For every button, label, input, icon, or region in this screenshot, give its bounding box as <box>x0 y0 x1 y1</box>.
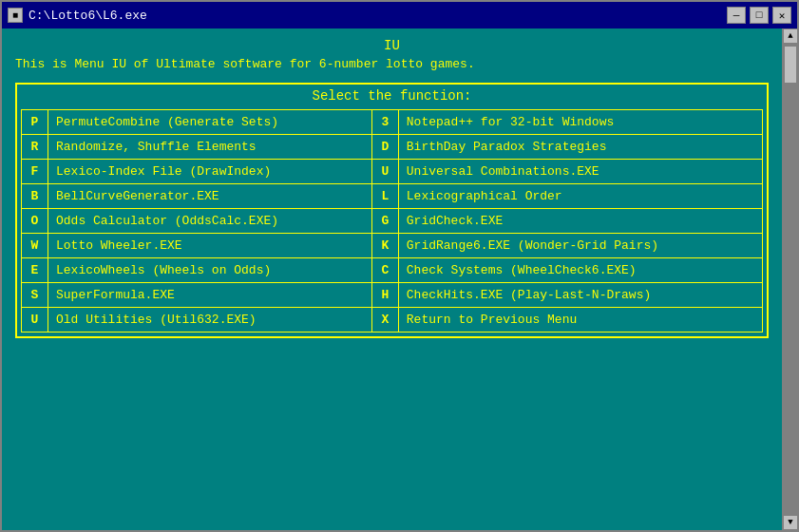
label-cell-left[interactable]: Lexico-Index File (DrawIndex) <box>48 160 372 184</box>
label-cell-left[interactable]: Odds Calculator (OddsCalc.EXE) <box>48 209 372 234</box>
close-button[interactable]: ✕ <box>772 7 791 24</box>
scroll-thumb[interactable] <box>784 46 797 84</box>
menu-id: IU <box>15 38 769 53</box>
key-cell-right[interactable]: K <box>371 234 398 258</box>
title-controls: — □ ✕ <box>727 7 791 24</box>
label-cell-right[interactable]: Return to Previous Menu <box>398 308 762 332</box>
scroll-track <box>783 44 797 515</box>
label-cell-right[interactable]: GridCheck.EXE <box>398 209 762 234</box>
key-cell-right[interactable]: C <box>371 258 398 283</box>
key-cell-left[interactable]: U <box>22 308 48 332</box>
key-cell-left[interactable]: R <box>22 135 48 160</box>
table-row[interactable]: FLexico-Index File (DrawIndex)UUniversal… <box>22 160 763 184</box>
maximize-button[interactable]: □ <box>750 7 769 24</box>
label-cell-left[interactable]: SuperFormula.EXE <box>48 283 372 308</box>
key-cell-left[interactable]: S <box>22 283 48 308</box>
title-bar-left: ■ C:\Lotto6\L6.exe <box>8 8 147 23</box>
key-cell-right[interactable]: D <box>371 135 398 160</box>
table-row[interactable]: RRandomize, Shuffle ElementsDBirthDay Pa… <box>22 135 763 160</box>
label-cell-left[interactable]: Randomize, Shuffle Elements <box>48 135 372 160</box>
key-cell-right[interactable]: X <box>371 308 398 332</box>
label-cell-left[interactable]: BellCurveGenerator.EXE <box>48 184 372 209</box>
key-cell-right[interactable]: U <box>371 160 398 184</box>
main-content: IU This is Menu IU of Ultimate software … <box>2 28 782 530</box>
table-row[interactable]: BBellCurveGenerator.EXELLexicographical … <box>22 184 763 209</box>
content-area: IU This is Menu IU of Ultimate software … <box>2 28 797 530</box>
key-cell-left[interactable]: W <box>22 234 48 258</box>
label-cell-left[interactable]: PermuteCombine (Generate Sets) <box>48 110 372 135</box>
key-cell-right[interactable]: 3 <box>371 110 398 135</box>
label-cell-left[interactable]: Lotto Wheeler.EXE <box>48 234 372 258</box>
window-icon: ■ <box>8 8 23 23</box>
table-row[interactable]: SSuperFormula.EXEHCheckHits.EXE (Play-La… <box>22 283 763 308</box>
label-cell-right[interactable]: CheckHits.EXE (Play-Last-N-Draws) <box>398 283 762 308</box>
key-cell-right[interactable]: L <box>371 184 398 209</box>
table-row[interactable]: PPermuteCombine (Generate Sets)3Notepad+… <box>22 110 763 135</box>
key-cell-right[interactable]: G <box>371 209 398 234</box>
scroll-down-button[interactable]: ▼ <box>783 515 797 530</box>
key-cell-right[interactable]: H <box>371 283 398 308</box>
key-cell-left[interactable]: E <box>22 258 48 283</box>
menu-table: PPermuteCombine (Generate Sets)3Notepad+… <box>21 109 763 332</box>
label-cell-left[interactable]: LexicoWheels (Wheels on Odds) <box>48 258 372 283</box>
scroll-up-button[interactable]: ▲ <box>783 28 797 44</box>
label-cell-left[interactable]: Old Utilities (Util632.EXE) <box>48 308 372 332</box>
table-row[interactable]: ELexicoWheels (Wheels on Odds)CCheck Sys… <box>22 258 763 283</box>
key-cell-left[interactable]: F <box>22 160 48 184</box>
window-title: C:\Lotto6\L6.exe <box>29 9 147 23</box>
label-cell-right[interactable]: Check Systems (WheelCheck6.EXE) <box>398 258 762 283</box>
minimize-button[interactable]: — <box>727 7 746 24</box>
key-cell-left[interactable]: B <box>22 184 48 209</box>
table-row[interactable]: UOld Utilities (Util632.EXE)XReturn to P… <box>22 308 763 332</box>
label-cell-right[interactable]: GridRange6.EXE (Wonder-Grid Pairs) <box>398 234 762 258</box>
key-cell-left[interactable]: O <box>22 209 48 234</box>
main-window: ■ C:\Lotto6\L6.exe — □ ✕ IU This is Menu… <box>0 0 799 532</box>
table-row[interactable]: OOdds Calculator (OddsCalc.EXE)GGridChec… <box>22 209 763 234</box>
menu-description: This is Menu IU of Ultimate software for… <box>15 57 769 71</box>
label-cell-right[interactable]: BirthDay Paradox Strategies <box>398 135 762 160</box>
key-cell-left[interactable]: P <box>22 110 48 135</box>
scrollbar: ▲ ▼ <box>782 28 797 530</box>
table-row[interactable]: WLotto Wheeler.EXEKGridRange6.EXE (Wonde… <box>22 234 763 258</box>
label-cell-right[interactable]: Notepad++ for 32-bit Windows <box>398 110 762 135</box>
label-cell-right[interactable]: Lexicographical Order <box>398 184 762 209</box>
title-bar: ■ C:\Lotto6\L6.exe — □ ✕ <box>2 2 797 28</box>
menu-table-wrapper: Select the function: PPermuteCombine (Ge… <box>15 83 769 338</box>
label-cell-right[interactable]: Universal Combinations.EXE <box>398 160 762 184</box>
select-label: Select the function: <box>21 88 763 104</box>
